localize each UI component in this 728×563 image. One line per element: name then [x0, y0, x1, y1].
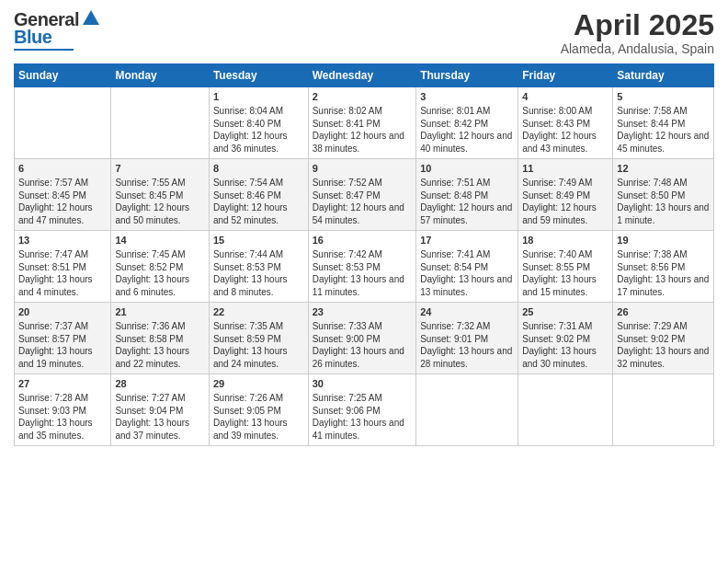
day-info: Sunset: 8:56 PM — [617, 261, 710, 274]
day-info: Daylight: 12 hours and 38 minutes. — [313, 130, 413, 155]
day-info: Daylight: 12 hours and 50 minutes. — [115, 201, 204, 226]
day-number: 8 — [213, 162, 304, 176]
day-info: Sunrise: 7:55 AM — [115, 177, 204, 190]
day-info: Sunrise: 7:31 AM — [522, 320, 609, 333]
week-row-5: 27Sunrise: 7:28 AMSunset: 9:03 PMDayligh… — [15, 374, 714, 446]
day-info: Sunset: 9:00 PM — [313, 333, 413, 346]
day-info: Sunrise: 7:47 AM — [18, 248, 107, 261]
day-info: Sunrise: 8:01 AM — [420, 105, 514, 118]
day-info: Sunrise: 8:02 AM — [313, 105, 413, 118]
day-number: 2 — [313, 90, 413, 104]
calendar-cell: 12Sunrise: 7:48 AMSunset: 8:50 PMDayligh… — [613, 159, 714, 231]
day-info: Daylight: 13 hours and 32 minutes. — [617, 345, 710, 370]
day-info: Sunrise: 7:41 AM — [420, 248, 514, 261]
day-info: Daylight: 12 hours and 54 minutes. — [313, 201, 413, 226]
day-info: Sunrise: 7:29 AM — [617, 320, 710, 333]
week-row-1: 1Sunrise: 8:04 AMSunset: 8:40 PMDaylight… — [15, 87, 714, 159]
svg-marker-0 — [83, 10, 99, 25]
calendar-cell: 16Sunrise: 7:42 AMSunset: 8:53 PMDayligh… — [308, 231, 416, 303]
day-header-wednesday: Wednesday — [308, 64, 416, 87]
day-number: 22 — [213, 305, 304, 319]
calendar-cell: 5Sunrise: 7:58 AMSunset: 8:44 PMDaylight… — [613, 87, 714, 159]
day-info: Sunset: 8:54 PM — [420, 261, 514, 274]
day-info: Sunset: 8:43 PM — [522, 118, 609, 131]
day-info: Sunrise: 7:32 AM — [420, 320, 514, 333]
calendar-cell: 13Sunrise: 7:47 AMSunset: 8:51 PMDayligh… — [15, 231, 111, 303]
calendar-cell: 27Sunrise: 7:28 AMSunset: 9:03 PMDayligh… — [15, 374, 111, 446]
day-info: Sunset: 8:49 PM — [522, 190, 609, 202]
subtitle: Alameda, Andalusia, Spain — [561, 41, 714, 56]
calendar-cell: 30Sunrise: 7:25 AMSunset: 9:06 PMDayligh… — [308, 374, 416, 446]
day-info: Sunset: 8:45 PM — [115, 190, 204, 202]
day-info: Daylight: 12 hours and 45 minutes. — [617, 130, 710, 155]
day-info: Sunset: 8:52 PM — [115, 261, 204, 274]
day-number: 29 — [213, 377, 304, 391]
day-info: Daylight: 13 hours and 37 minutes. — [115, 417, 204, 442]
day-header-saturday: Saturday — [613, 64, 714, 87]
calendar-cell: 6Sunrise: 7:57 AMSunset: 8:45 PMDaylight… — [15, 159, 111, 231]
calendar-cell — [518, 374, 613, 446]
day-info: Daylight: 13 hours and 4 minutes. — [18, 273, 107, 298]
day-info: Sunset: 8:47 PM — [313, 190, 413, 202]
day-info: Sunset: 8:46 PM — [213, 190, 304, 202]
logo-underline — [14, 49, 74, 51]
calendar-cell: 18Sunrise: 7:40 AMSunset: 8:55 PMDayligh… — [518, 231, 613, 303]
day-number: 25 — [522, 305, 609, 319]
day-info: Daylight: 12 hours and 59 minutes. — [522, 201, 609, 226]
day-info: Sunset: 9:01 PM — [420, 333, 514, 346]
calendar-cell: 25Sunrise: 7:31 AMSunset: 9:02 PMDayligh… — [518, 303, 613, 374]
day-info: Sunrise: 7:27 AM — [115, 392, 204, 405]
day-info: Sunset: 8:41 PM — [313, 118, 413, 131]
calendar-cell: 9Sunrise: 7:52 AMSunset: 8:47 PMDaylight… — [308, 159, 416, 231]
week-row-2: 6Sunrise: 7:57 AMSunset: 8:45 PMDaylight… — [15, 159, 714, 231]
day-info: Daylight: 13 hours and 28 minutes. — [420, 345, 514, 370]
title-area: April 2025 Alameda, Andalusia, Spain — [561, 9, 714, 56]
calendar-cell: 26Sunrise: 7:29 AMSunset: 9:02 PMDayligh… — [613, 303, 714, 374]
day-info: Daylight: 13 hours and 11 minutes. — [313, 273, 413, 298]
day-number: 27 — [18, 377, 107, 391]
day-info: Sunrise: 7:25 AM — [313, 392, 413, 405]
day-info: Sunset: 8:57 PM — [18, 333, 107, 346]
day-info: Sunset: 8:53 PM — [313, 261, 413, 274]
day-info: Sunset: 9:06 PM — [313, 405, 413, 418]
day-header-monday: Monday — [111, 64, 209, 87]
header: General Blue April 2025 Alameda, Andalus… — [14, 9, 714, 56]
day-info: Sunrise: 7:52 AM — [313, 177, 413, 190]
day-number: 10 — [420, 162, 514, 176]
day-info: Sunrise: 7:26 AM — [213, 392, 304, 405]
day-number: 23 — [313, 305, 413, 319]
day-info: Sunset: 9:05 PM — [213, 405, 304, 418]
week-row-4: 20Sunrise: 7:37 AMSunset: 8:57 PMDayligh… — [15, 303, 714, 374]
day-info: Sunset: 8:55 PM — [522, 261, 609, 274]
day-info: Daylight: 13 hours and 13 minutes. — [420, 273, 514, 298]
day-info: Sunrise: 7:38 AM — [617, 248, 710, 261]
calendar-cell: 22Sunrise: 7:35 AMSunset: 8:59 PMDayligh… — [209, 303, 308, 374]
day-info: Sunrise: 7:51 AM — [420, 177, 514, 190]
day-number: 3 — [420, 90, 514, 104]
day-number: 5 — [617, 90, 710, 104]
calendar-cell — [15, 87, 111, 159]
day-number: 19 — [617, 234, 710, 247]
header-row: SundayMondayTuesdayWednesdayThursdayFrid… — [15, 64, 714, 87]
day-info: Daylight: 13 hours and 22 minutes. — [115, 345, 204, 370]
day-info: Daylight: 12 hours and 40 minutes. — [420, 130, 514, 155]
calendar-cell: 17Sunrise: 7:41 AMSunset: 8:54 PMDayligh… — [416, 231, 518, 303]
day-info: Daylight: 13 hours and 1 minute. — [617, 201, 710, 226]
day-info: Sunset: 9:04 PM — [115, 405, 204, 418]
day-info: Daylight: 13 hours and 19 minutes. — [18, 345, 107, 370]
day-info: Sunrise: 7:37 AM — [18, 320, 107, 333]
calendar-cell: 11Sunrise: 7:49 AMSunset: 8:49 PMDayligh… — [518, 159, 613, 231]
day-info: Daylight: 12 hours and 57 minutes. — [420, 201, 514, 226]
calendar-cell: 3Sunrise: 8:01 AMSunset: 8:42 PMDaylight… — [416, 87, 518, 159]
day-info: Sunset: 8:51 PM — [18, 261, 107, 274]
calendar-cell: 28Sunrise: 7:27 AMSunset: 9:04 PMDayligh… — [111, 374, 209, 446]
day-info: Sunset: 8:53 PM — [213, 261, 304, 274]
day-number: 1 — [213, 90, 304, 104]
day-info: Sunset: 8:40 PM — [213, 118, 304, 131]
day-info: Sunrise: 7:45 AM — [115, 248, 204, 261]
calendar-cell: 1Sunrise: 8:04 AMSunset: 8:40 PMDaylight… — [209, 87, 308, 159]
day-info: Daylight: 13 hours and 39 minutes. — [213, 417, 304, 442]
day-number: 12 — [617, 162, 710, 176]
calendar-cell: 19Sunrise: 7:38 AMSunset: 8:56 PMDayligh… — [613, 231, 714, 303]
day-number: 9 — [313, 162, 413, 176]
